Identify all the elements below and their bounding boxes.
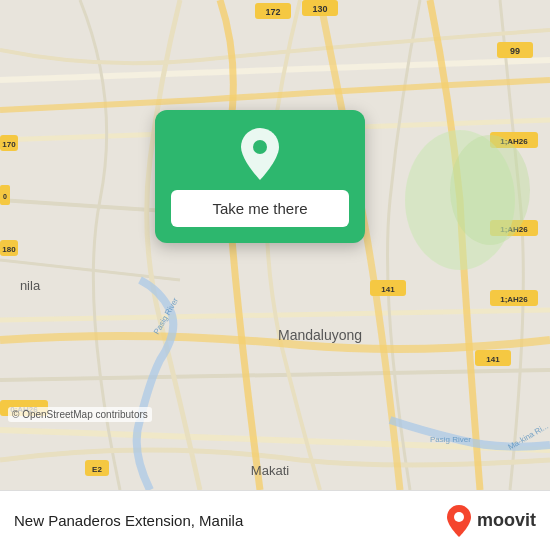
- svg-text:0: 0: [3, 193, 7, 200]
- moovit-pin-icon: [445, 504, 473, 538]
- svg-point-42: [253, 140, 267, 154]
- svg-text:130: 130: [312, 4, 327, 14]
- svg-text:170: 170: [2, 140, 16, 149]
- take-me-there-button[interactable]: Take me there: [171, 190, 349, 227]
- map-container: 172 130 0 170 180 99 1;AH26 1;AH26 1;AH2…: [0, 0, 550, 490]
- svg-text:E2: E2: [92, 465, 102, 474]
- svg-text:1;AH26: 1;AH26: [500, 295, 528, 304]
- svg-text:99: 99: [510, 46, 520, 56]
- bottom-bar: New Panaderos Extension, Manila moovit: [0, 490, 550, 550]
- svg-text:Pasig River: Pasig River: [430, 435, 471, 444]
- svg-text:141: 141: [381, 285, 395, 294]
- svg-text:172: 172: [265, 7, 280, 17]
- svg-text:nila: nila: [20, 278, 41, 293]
- svg-text:Makati: Makati: [251, 463, 289, 478]
- svg-text:141: 141: [486, 355, 500, 364]
- moovit-brand-name: moovit: [477, 510, 536, 531]
- location-card: Take me there: [155, 110, 365, 243]
- svg-point-43: [454, 512, 464, 522]
- svg-text:180: 180: [2, 245, 16, 254]
- map-pin-icon: [234, 128, 286, 180]
- svg-point-35: [450, 135, 530, 245]
- location-name-label: New Panaderos Extension, Manila: [14, 512, 437, 529]
- svg-text:Mandaluyong: Mandaluyong: [278, 327, 362, 343]
- map-attribution: © OpenStreetMap contributors: [8, 407, 152, 422]
- moovit-logo: moovit: [445, 504, 536, 538]
